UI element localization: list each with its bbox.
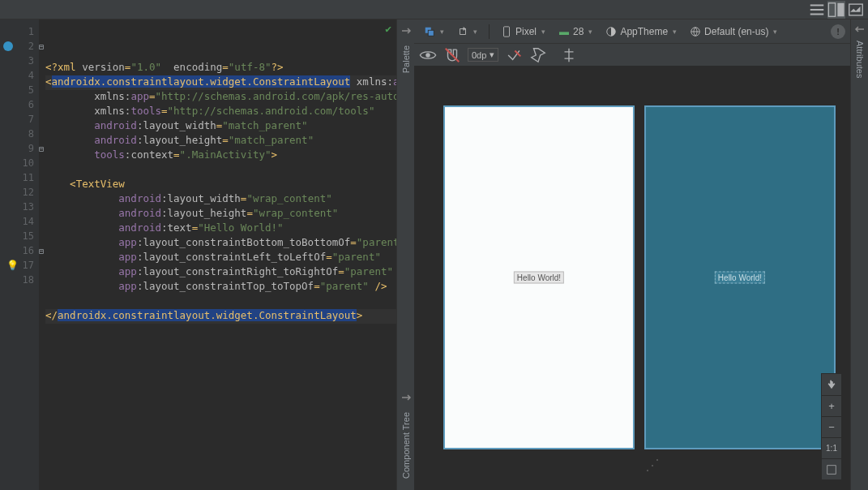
code-line[interactable] — [45, 294, 396, 309]
palette-label[interactable]: Palette — [401, 45, 411, 73]
code-line[interactable]: app:layout_constraintLeft_toLeftOf="pare… — [45, 251, 396, 265]
code-view-icon[interactable] — [808, 1, 826, 19]
code-editor-pane: 12⊟3456789⊟10111213141516⊟17💡18 ✔ <?xml … — [0, 19, 396, 490]
line-number: 7 — [0, 112, 39, 127]
warnings-icon[interactable]: ! — [831, 24, 845, 39]
line-number: 2⊟ — [0, 39, 39, 54]
code-line[interactable]: android:layout_width="match_parent" — [45, 119, 396, 134]
device-selector[interactable]: Pixel▾ — [496, 24, 550, 40]
palette-rail: Palette Component Tree — [396, 19, 414, 490]
code-line[interactable]: android:text="Hello World!" — [45, 221, 396, 236]
code-line[interactable]: app:layout_constraintBottom_toBottomOf="… — [45, 236, 396, 251]
view-options-icon[interactable] — [419, 46, 437, 64]
code-line[interactable]: <androidx.constraintlayout.widget.Constr… — [45, 75, 396, 90]
code-line[interactable]: android:layout_height="wrap_content" — [45, 207, 396, 221]
guidelines-icon[interactable] — [560, 46, 578, 64]
orientation-button[interactable]: ▾ — [452, 24, 482, 40]
design-canvas[interactable]: Hello World! Hello World! ⋰ + − 1:1 — [414, 67, 850, 490]
line-number: 6 — [0, 97, 39, 112]
attributes-label[interactable]: Attributes — [855, 41, 865, 78]
zoom-in-button[interactable]: + — [822, 395, 841, 416]
design-view-icon[interactable] — [847, 1, 865, 19]
attributes-rail: Attributes — [850, 19, 868, 490]
line-number: 13 — [0, 200, 39, 214]
line-number: 10 — [0, 156, 39, 170]
infer-constraints-icon[interactable] — [529, 46, 547, 64]
locale-label: Default (en-us) — [704, 26, 768, 37]
line-number: 16⊟ — [0, 243, 39, 258]
line-number: 3 — [0, 54, 39, 68]
line-number: 18 — [0, 273, 39, 287]
line-number: 14 — [0, 214, 39, 229]
collapse-tree-icon[interactable] — [400, 391, 413, 404]
line-number: 9⊟ — [0, 141, 39, 156]
line-number: 4 — [0, 68, 39, 83]
analysis-ok-icon: ✔ — [385, 23, 391, 35]
zoom-out-button[interactable]: − — [822, 416, 841, 437]
zoom-controls: + − 1:1 — [821, 373, 842, 480]
editor-view-mode-toolbar — [0, 0, 868, 19]
default-margin-input[interactable]: 0dp▾ — [468, 48, 498, 62]
surface-select-button[interactable]: ▾ — [419, 24, 449, 40]
svg-rect-1 — [837, 2, 844, 16]
magnet-icon[interactable] — [443, 46, 461, 64]
zoom-fit-button[interactable] — [822, 458, 841, 479]
code-line[interactable]: <TextView — [45, 178, 396, 192]
line-number: 11 — [0, 170, 39, 185]
line-number: 17💡 — [0, 258, 39, 273]
theme-selector[interactable]: AppTheme▾ — [601, 24, 682, 40]
svg-rect-5 — [504, 26, 510, 36]
svg-rect-4 — [428, 30, 434, 36]
code-line[interactable]: app:layout_constraintTop_toTopOf="parent… — [45, 280, 396, 294]
preview-textview[interactable]: Hello World! — [514, 272, 564, 284]
component-tree-label[interactable]: Component Tree — [401, 412, 411, 479]
svg-rect-0 — [828, 2, 835, 16]
code-line[interactable]: android:layout_width="wrap_content" — [45, 192, 396, 207]
suggestion-bulb-icon[interactable]: 💡 — [6, 260, 19, 271]
line-number-gutter: 12⊟3456789⊟10111213141516⊟17💡18 — [0, 19, 39, 490]
code-line[interactable]: <?xml version="1.0" encoding="utf-8"?> — [45, 61, 396, 75]
default-margin-value: 0dp — [472, 50, 486, 60]
svg-rect-11 — [827, 465, 836, 474]
collapse-attributes-icon[interactable] — [853, 23, 866, 36]
device-label: Pixel — [515, 26, 537, 37]
code-line[interactable]: android:layout_height="match_parent" — [45, 134, 396, 148]
zoom-reset-button[interactable]: 1:1 — [822, 437, 841, 458]
code-line[interactable]: xmlns:app="http://schemas.android.com/ap… — [45, 90, 396, 105]
code-line[interactable] — [45, 163, 396, 178]
designer-pane: ▾ ▾ Pixel▾ ▬28▾ AppTheme▾ Default (en-us… — [414, 19, 850, 490]
designer-toolbar: ▾ ▾ Pixel▾ ▬28▾ AppTheme▾ Default (en-us… — [414, 19, 850, 44]
design-surface-render[interactable]: Hello World! — [443, 105, 635, 449]
designer-subtoolbar: 0dp▾ — [414, 44, 850, 67]
pan-button[interactable] — [822, 374, 841, 395]
design-surface-blueprint[interactable]: Hello World! — [644, 105, 836, 449]
line-number: 8 — [0, 127, 39, 141]
code-line[interactable]: app:layout_constraintRight_toRightOf="pa… — [45, 265, 396, 280]
code-line[interactable]: xmlns:tools="http://schemas.android.com/… — [45, 105, 396, 119]
code-line[interactable]: tools:context=".MainActivity"> — [45, 148, 396, 163]
svg-point-8 — [425, 53, 430, 58]
split-view-icon[interactable] — [827, 1, 845, 19]
line-number: 12 — [0, 185, 39, 200]
api-selector[interactable]: ▬28▾ — [554, 24, 597, 40]
theme-label: AppTheme — [620, 26, 668, 37]
clear-constraints-icon[interactable] — [505, 46, 523, 64]
line-number: 1 — [0, 24, 39, 39]
code-editor[interactable]: ✔ <?xml version="1.0" encoding="utf-8"?>… — [39, 19, 396, 490]
svg-rect-2 — [849, 4, 863, 15]
line-number: 5 — [0, 83, 39, 97]
api-label: 28 — [573, 26, 584, 37]
line-number: 15 — [0, 229, 39, 243]
resize-handle-icon[interactable]: ⋰ — [645, 456, 658, 474]
locale-selector[interactable]: Default (en-us)▾ — [685, 24, 782, 40]
code-line[interactable]: </androidx.constraintlayout.widget.Const… — [45, 309, 396, 324]
blueprint-textview[interactable]: Hello World! — [715, 272, 765, 284]
collapse-palette-icon[interactable] — [400, 24, 413, 37]
warning-marker-icon[interactable] — [3, 41, 13, 51]
